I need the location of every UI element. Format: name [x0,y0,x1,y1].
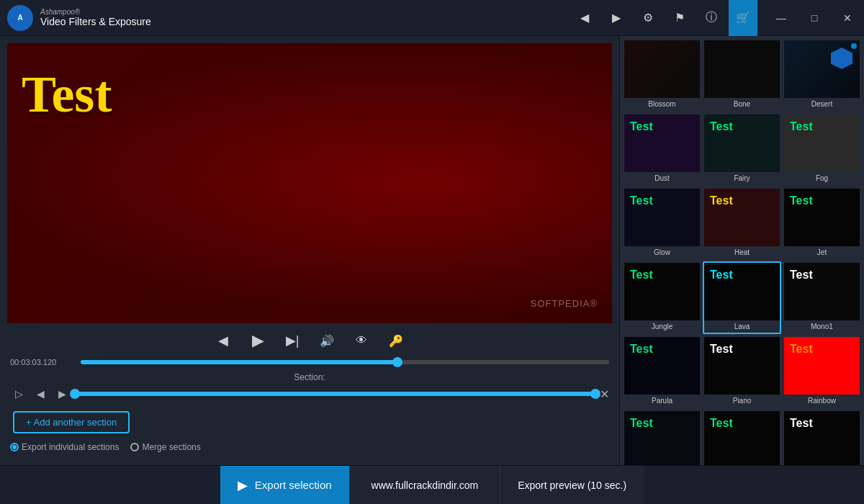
filter-item-glow[interactable]: TestGlow [623,187,701,260]
main-content: Test SOFTPEDIA® ◀ ▶ ▶| 🔊 👁 🔑 00:03:03.12… [0,36,864,465]
filter-label-fairy: Test [710,120,733,133]
filter-thumb-thermal: Test [704,411,780,465]
logo-letter: A [17,14,22,22]
desert-hex-icon [831,48,852,69]
merge-sections-option[interactable]: Merge sections [130,442,200,452]
prev-button[interactable]: ◀ [212,329,235,352]
filter-name-blossom: Blossom [624,98,700,110]
filter-name-fog: Fog [784,172,860,184]
section-add-icon[interactable]: ▷ [10,385,27,402]
section-thumb-left[interactable] [70,389,80,399]
filter-label-jet: Test [790,194,813,207]
website-button[interactable]: www.fullcrackdindir.com [349,466,501,505]
filter-label-fog: Test [790,120,813,133]
filter-thumb-glow: Test [624,189,700,246]
settings-button[interactable]: ⚙ [634,0,662,36]
control-buttons: ◀ ▶ ▶| 🔊 👁 🔑 [7,329,612,352]
section-prev-icon[interactable]: ◀ [32,385,49,402]
window-controls: — □ ✕ [765,0,864,36]
filter-item-piano[interactable]: TestPiano [703,336,781,408]
export-preview-button[interactable]: Export preview (10 sec.) [500,466,644,505]
export-individual-option[interactable]: Export individual sections [10,442,119,452]
filter-thumb-vivid: Test [784,411,860,465]
info-button[interactable]: ⓘ [697,0,726,36]
export-individual-radio[interactable] [10,443,19,451]
filter-label-piano: Test [710,343,733,356]
filter-thumb-fairy: Test [704,114,780,172]
filter-item-dust[interactable]: TestDust [623,113,701,186]
filter-thumb-fog: Test [784,114,860,172]
filter-item-fog[interactable]: TestFog [783,113,861,186]
cart-button[interactable]: 🛒 [729,0,757,36]
filter-name-heat: Heat [704,246,780,258]
title-bar: A Ashampoo® Video Filters & Exposure ◀ ▶… [0,0,864,36]
softpedia-watermark: SOFTPEDIA® [531,298,598,309]
filter-item-bone[interactable]: Bone [703,39,781,112]
eye-button[interactable]: 👁 [350,329,373,352]
export-options-row: Export individual sections Merge section… [7,439,612,455]
filter-item-jet[interactable]: TestJet [783,187,861,260]
merge-sections-radio[interactable] [130,443,139,451]
filter-item-heat[interactable]: TestHeat [703,187,781,260]
filter-label-jungle: Test [630,269,653,282]
section-close-button[interactable]: ✕ [600,387,609,401]
filter-thumb-blossom [624,40,700,98]
filter-grid: BlossomBoneDesertTestDustTestFairyTestFo… [620,36,864,465]
filter-item-teal[interactable]: TestTeal [623,410,701,465]
filter-item-fairy[interactable]: TestFairy [703,113,781,186]
section-label: Section: [7,372,612,382]
add-section-button[interactable]: + Add another section [13,411,130,433]
app-logo: A [7,5,33,31]
forward-button[interactable]: ▶ [602,0,631,36]
volume-button[interactable]: 🔊 [315,329,338,352]
filter-item-mono1[interactable]: TestMono1 [783,261,861,334]
filter-item-thermal[interactable]: TestThermal [703,410,781,465]
filter-item-jungle[interactable]: TestJungle [623,261,701,334]
filter-item-lava[interactable]: TestLava [703,261,781,334]
timeline-fill [81,360,397,364]
playback-controls: ◀ ▶ ▶| 🔊 👁 🔑 00:03:03.120 Section: ▷ ◀ ▶ [7,323,612,458]
export-selection-button[interactable]: ▶ Export selection [220,466,349,505]
scroll-indicator [851,43,857,49]
filter-name-jungle: Jungle [624,320,700,333]
play-button[interactable]: ▶ [246,329,269,352]
filter-name-piano: Piano [704,395,780,407]
filter-item-rainbow[interactable]: TestRainbow [783,336,861,408]
key-button[interactable]: 🔑 [384,329,408,352]
filter-label-lava: Test [710,269,733,282]
title-bar-right: ◀ ▶ ⚙ ⚑ ⓘ 🛒 — □ ✕ [563,0,864,36]
close-button[interactable]: ✕ [831,0,864,36]
filter-thumb-dust: Test [624,114,700,172]
merge-sections-label: Merge sections [142,442,200,452]
filter-name-mono1: Mono1 [784,320,860,333]
video-preview: Test SOFTPEDIA® [7,43,612,323]
filter-name-rainbow: Rainbow [784,395,860,407]
filter-thumb-mono1: Test [784,263,860,320]
timeline-track[interactable] [81,360,609,364]
minimize-button[interactable]: — [765,0,798,36]
filter-panel: BlossomBoneDesertTestDustTestFairyTestFo… [619,36,864,465]
maximize-button[interactable]: □ [798,0,831,36]
filter-thumb-heat: Test [704,189,780,246]
back-button[interactable]: ◀ [570,0,599,36]
section-thumb-right[interactable] [590,389,600,399]
filter-thumb-jet: Test [784,189,860,246]
flag-button[interactable]: ⚑ [665,0,694,36]
title-bar-left: A Ashampoo® Video Filters & Exposure [7,5,151,31]
filter-item-parula[interactable]: TestParula [623,336,701,408]
export-selection-label: Export selection [255,479,332,491]
next-button[interactable]: ▶| [281,329,304,352]
filter-item-blossom[interactable]: Blossom [623,39,701,112]
filter-thumb-bone [704,40,780,98]
filter-thumb-jungle: Test [624,263,700,320]
bottom-toolbar: ▶ Export selection www.fullcrackdindir.c… [0,465,864,504]
filter-name-desert: Desert [784,98,860,110]
filter-label-teal: Test [630,417,653,430]
filter-item-desert[interactable]: Desert [783,39,861,112]
section-track[interactable] [75,392,595,396]
section-next-icon[interactable]: ▶ [53,385,71,402]
filter-label-mono1: Test [790,269,813,282]
filter-item-vivid[interactable]: TestVivid [783,410,861,465]
app-brand: Ashampoo® [40,8,151,16]
timeline-thumb[interactable] [392,357,402,367]
